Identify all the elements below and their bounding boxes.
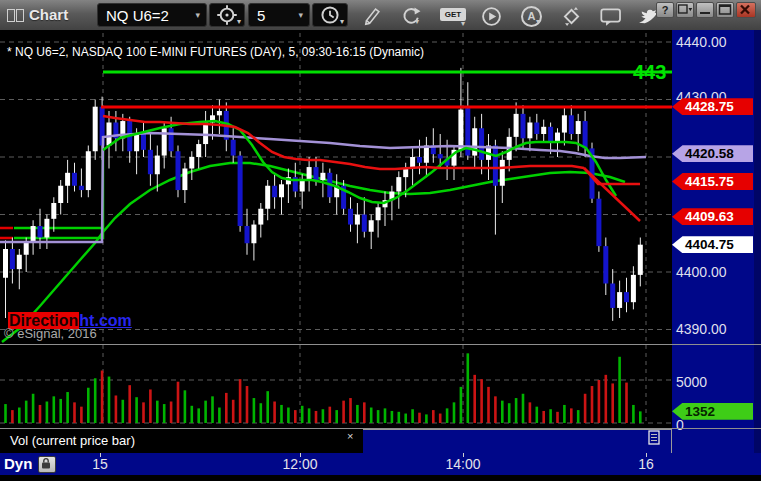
candle[interactable]: [141, 134, 146, 150]
candle[interactable]: [562, 115, 567, 132]
maximize-button[interactable]: [716, 2, 734, 18]
candle[interactable]: [307, 167, 312, 180]
candle[interactable]: [38, 226, 43, 238]
close-button[interactable]: [736, 2, 756, 18]
diamond-arrows-icon: [561, 6, 582, 27]
close-icon[interactable]: ×: [347, 430, 353, 442]
candle[interactable]: [500, 160, 505, 186]
candle[interactable]: [631, 275, 636, 302]
candle[interactable]: [300, 180, 305, 192]
candle[interactable]: [610, 284, 615, 308]
candlestick-chart[interactable]: [0, 30, 672, 453]
candle[interactable]: [624, 292, 629, 302]
page-icon[interactable]: [648, 430, 661, 445]
candle[interactable]: [638, 245, 643, 275]
candle[interactable]: [527, 123, 532, 139]
share-button[interactable]: [561, 6, 583, 26]
candle[interactable]: [217, 111, 222, 115]
candle[interactable]: [603, 246, 608, 283]
chevron-down-icon[interactable]: ▾: [298, 10, 303, 20]
candle[interactable]: [493, 146, 498, 186]
candle[interactable]: [479, 128, 484, 160]
reload-button[interactable]: ▾: [400, 6, 422, 26]
candle[interactable]: [203, 123, 208, 145]
volume-bar: [349, 398, 352, 423]
candle[interactable]: [348, 209, 353, 225]
candle[interactable]: [320, 173, 325, 180]
candle[interactable]: [196, 144, 201, 157]
candle[interactable]: [355, 215, 360, 225]
symbol-input[interactable]: NQ U6=2 ▾: [97, 3, 207, 27]
candle[interactable]: [72, 173, 77, 186]
candle[interactable]: [472, 128, 477, 155]
candle[interactable]: [417, 157, 422, 163]
candle[interactable]: [86, 151, 91, 190]
candle[interactable]: [396, 177, 401, 191]
candle[interactable]: [541, 127, 546, 134]
candle[interactable]: [258, 209, 263, 225]
lock-icon[interactable]: [38, 456, 56, 473]
price-tag-4404.75: 4404.75: [672, 236, 753, 253]
candle[interactable]: [314, 167, 319, 180]
candle[interactable]: [272, 186, 277, 198]
candle[interactable]: [238, 156, 243, 226]
candle[interactable]: [134, 134, 139, 151]
candle[interactable]: [51, 203, 56, 219]
restore-button[interactable]: [676, 2, 694, 18]
candle[interactable]: [169, 128, 174, 151]
comment-button[interactable]: [600, 8, 622, 28]
candle[interactable]: [362, 215, 367, 232]
time-template-button[interactable]: ▾: [312, 3, 348, 27]
candle[interactable]: [458, 110, 463, 150]
candle[interactable]: [176, 151, 181, 190]
candle[interactable]: [576, 121, 581, 134]
volume-bar: [197, 408, 200, 423]
interval-input[interactable]: 5 ▾: [248, 3, 310, 27]
candle[interactable]: [31, 226, 36, 242]
candle[interactable]: [44, 219, 49, 238]
candle[interactable]: [189, 157, 194, 169]
candle[interactable]: [231, 140, 236, 156]
alerts-button[interactable]: A ▾: [521, 6, 543, 26]
draw-button[interactable]: [362, 6, 384, 26]
chart-canvas[interactable]: * NQ U6=2, NASDAQ 100 E-MINI FUTURES (DA…: [0, 30, 672, 453]
candle[interactable]: [17, 255, 22, 269]
candle[interactable]: [521, 114, 526, 138]
candle[interactable]: [569, 115, 574, 134]
candle[interactable]: [403, 169, 408, 178]
candle[interactable]: [279, 184, 284, 197]
price-axis[interactable]: 4440.004430.004400.004390.004428.754420.…: [672, 30, 761, 453]
candle[interactable]: [438, 154, 443, 158]
candle[interactable]: [583, 121, 588, 148]
candle[interactable]: [155, 156, 160, 175]
candle[interactable]: [596, 199, 601, 246]
candle[interactable]: [148, 150, 153, 174]
symbol-settings-button[interactable]: ▾: [209, 3, 245, 27]
candle[interactable]: [65, 173, 70, 186]
candle[interactable]: [107, 123, 112, 146]
candle[interactable]: [251, 225, 256, 244]
candle[interactable]: [617, 292, 622, 308]
minimize-button[interactable]: [696, 2, 714, 18]
candle[interactable]: [79, 186, 84, 190]
candle[interactable]: [58, 186, 63, 203]
play-button[interactable]: [481, 6, 503, 26]
candle[interactable]: [376, 207, 381, 220]
chevron-down-icon[interactable]: ▾: [195, 10, 200, 20]
candle[interactable]: [24, 242, 29, 255]
candle[interactable]: [369, 220, 374, 232]
dynamic-mode-button[interactable]: Dyn: [4, 455, 32, 472]
get-data-button[interactable]: GET ▾: [440, 8, 468, 28]
candle[interactable]: [3, 249, 8, 278]
panel-separator[interactable]: [0, 344, 761, 345]
candle[interactable]: [265, 186, 270, 209]
candle[interactable]: [534, 123, 539, 135]
candle[interactable]: [182, 169, 187, 191]
candle[interactable]: [93, 107, 98, 152]
time-axis[interactable]: Dyn 1512:0014:0016: [0, 453, 761, 475]
candle[interactable]: [514, 114, 519, 137]
candle[interactable]: [548, 127, 553, 143]
candle[interactable]: [245, 226, 250, 243]
help-button[interactable]: ?: [656, 2, 674, 18]
candle[interactable]: [10, 249, 15, 269]
